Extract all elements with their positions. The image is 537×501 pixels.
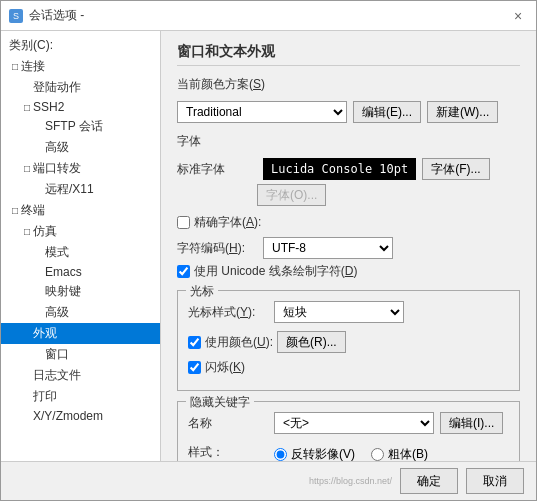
secret-style-row: 样式： 反转影像(V) 粗体(B) [188, 442, 509, 461]
sidebar-item-label: 端口转发 [33, 160, 81, 177]
sidebar-item-label: 远程/X11 [45, 181, 94, 198]
unicode-draw-row: 使用 Unicode 线条绘制字符(D) [177, 263, 520, 280]
dialog-body: 类别(C): □ 连接 登陆动作 □ SSH2 SFTP 会话 [1, 31, 536, 461]
cursor-color-checkbox[interactable] [188, 336, 201, 349]
sidebar-item-ssh2-advanced[interactable]: 高级 [1, 137, 160, 158]
sidebar-item-label: 模式 [45, 244, 69, 261]
sidebar-item-mode[interactable]: 模式 [1, 242, 160, 263]
sidebar-item-connect[interactable]: □ 连接 [1, 56, 160, 77]
title-bar: S 会话选项 - × [1, 1, 536, 31]
cursor-group-title: 光标 [186, 283, 218, 300]
color-scheme-label-text: 当前颜色方案(S) [177, 77, 265, 91]
encoding-row: 字符编码(H): UTF-8 [177, 237, 520, 259]
expand-icon: □ [9, 61, 21, 72]
sidebar-item-ssh2[interactable]: □ SSH2 [1, 98, 160, 116]
font2-button[interactable]: 字体(O)... [257, 184, 326, 206]
secret-style-radios: 反转影像(V) 粗体(B) [274, 446, 428, 461]
secret-radio1[interactable]: 反转影像(V) [274, 446, 355, 461]
expand-icon: □ [21, 163, 33, 174]
new-scheme-button[interactable]: 新建(W)... [427, 101, 498, 123]
sidebar-item-sftp[interactable]: SFTP 会话 [1, 116, 160, 137]
sidebar-item-log-file[interactable]: 日志文件 [1, 365, 160, 386]
sidebar-item-login-action[interactable]: 登陆动作 [1, 77, 160, 98]
sidebar-item-label: SFTP 会话 [45, 118, 103, 135]
sidebar-item-print[interactable]: 打印 [1, 386, 160, 407]
cursor-color-button[interactable]: 颜色(R)... [277, 331, 346, 353]
sidebar-item-term-advanced[interactable]: 高级 [1, 302, 160, 323]
watermark: https://blog.csdn.net/ [309, 474, 392, 488]
sidebar-item-label: 窗口 [45, 346, 69, 363]
color-scheme-dropdown[interactable]: Traditional [177, 101, 347, 123]
secret-radio2-input[interactable] [371, 448, 384, 461]
title-bar-left: S 会话选项 - [9, 7, 84, 24]
cursor-style-dropdown[interactable]: 短块 竖线 下划线 块 [274, 301, 404, 323]
font-row: 标准字体 Lucida Console 10pt 字体(F)... [177, 158, 520, 180]
section-title: 窗口和文本外观 [177, 43, 520, 66]
sidebar-item-label: 打印 [33, 388, 57, 405]
cursor-blink-checkbox[interactable] [188, 361, 201, 374]
cancel-button[interactable]: 取消 [466, 468, 524, 494]
font2-row: 字体(O)... [177, 184, 520, 206]
unicode-draw-checkbox[interactable] [177, 265, 190, 278]
sidebar-item-label: 映射键 [45, 283, 81, 300]
expand-icon: □ [21, 102, 33, 113]
sidebar-item-emacs[interactable]: Emacs [1, 263, 160, 281]
sidebar: 类别(C): □ 连接 登陆动作 □ SSH2 SFTP 会话 [1, 31, 161, 461]
sidebar-item-window[interactable]: 窗口 [1, 344, 160, 365]
sidebar-item-label: 仿真 [33, 223, 57, 240]
cursor-group-content: 光标样式(Y): 短块 竖线 下划线 块 使用颜色(U): 颜色(R)... [188, 301, 509, 376]
font-sublabel: 标准字体 [177, 161, 257, 178]
dialog-footer: https://blog.csdn.net/ 确定 取消 [1, 461, 536, 500]
sidebar-item-label: 高级 [45, 139, 69, 156]
sidebar-item-label: 高级 [45, 304, 69, 321]
edit-scheme-button[interactable]: 编辑(E)... [353, 101, 421, 123]
dialog: S 会话选项 - × 类别(C): □ 连接 登陆动作 □ SSH2 [0, 0, 537, 501]
sidebar-item-port-forward[interactable]: □ 端口转发 [1, 158, 160, 179]
sidebar-item-label: 登陆动作 [33, 79, 81, 96]
unicode-draw-label: 使用 Unicode 线条绘制字符(D) [194, 263, 357, 280]
secret-name-dropdown[interactable]: <无> [274, 412, 434, 434]
sidebar-item-emulation[interactable]: □ 仿真 [1, 221, 160, 242]
secret-group: 隐藏关键字 名称 <无> 编辑(I)... 样式： [177, 401, 520, 461]
color-scheme-controls: Traditional 编辑(E)... 新建(W)... [177, 101, 520, 123]
font-button[interactable]: 字体(F)... [422, 158, 489, 180]
cursor-blink-row: 闪烁(K) [188, 359, 509, 376]
precise-font-label: 精确字体(A): [194, 214, 261, 231]
font-display: Lucida Console 10pt [263, 158, 416, 180]
secret-name-label: 名称 [188, 415, 268, 432]
main-content: 窗口和文本外观 当前颜色方案(S) Traditional 编辑(E)... 新… [161, 31, 536, 461]
cursor-color-row: 使用颜色(U): 颜色(R)... [188, 331, 509, 353]
color-scheme-label: 当前颜色方案(S) [177, 76, 265, 93]
sidebar-item-remote-x11[interactable]: 远程/X11 [1, 179, 160, 200]
app-icon: S [9, 9, 23, 23]
secret-radio1-label: 反转影像(V) [291, 446, 355, 461]
cursor-color-label: 使用颜色(U): [205, 334, 273, 351]
sidebar-item-xyz-zmodem[interactable]: X/Y/Zmodem [1, 407, 160, 425]
font-section-label: 字体 [177, 133, 520, 150]
sidebar-item-label: 终端 [21, 202, 45, 219]
sidebar-item-appearance[interactable]: 外观 [1, 323, 160, 344]
precise-font-row: 精确字体(A): [177, 214, 520, 231]
sidebar-item-label: SSH2 [33, 100, 64, 114]
sidebar-item-label: 连接 [21, 58, 45, 75]
sidebar-item-label: X/Y/Zmodem [33, 409, 103, 423]
sidebar-item-label: Emacs [45, 265, 82, 279]
color-scheme-row: 当前颜色方案(S) [177, 76, 520, 93]
secret-group-content: 名称 <无> 编辑(I)... 样式： 反转影像(V) [188, 412, 509, 461]
category-label: 类别(C): [1, 35, 160, 56]
secret-radio2[interactable]: 粗体(B) [371, 446, 428, 461]
sidebar-item-mapping[interactable]: 映射键 [1, 281, 160, 302]
ok-button[interactable]: 确定 [400, 468, 458, 494]
secret-radio1-input[interactable] [274, 448, 287, 461]
secret-radio2-label: 粗体(B) [388, 446, 428, 461]
encoding-dropdown[interactable]: UTF-8 [263, 237, 393, 259]
precise-font-checkbox[interactable] [177, 216, 190, 229]
close-button[interactable]: × [508, 6, 528, 26]
secret-edit-button[interactable]: 编辑(I)... [440, 412, 503, 434]
encoding-label: 字符编码(H): [177, 240, 257, 257]
sidebar-item-terminal[interactable]: □ 终端 [1, 200, 160, 221]
cursor-blink-label: 闪烁(K) [205, 359, 245, 376]
secret-name-row: 名称 <无> 编辑(I)... [188, 412, 509, 434]
sidebar-item-label: 外观 [33, 325, 57, 342]
expand-icon: □ [21, 226, 33, 237]
